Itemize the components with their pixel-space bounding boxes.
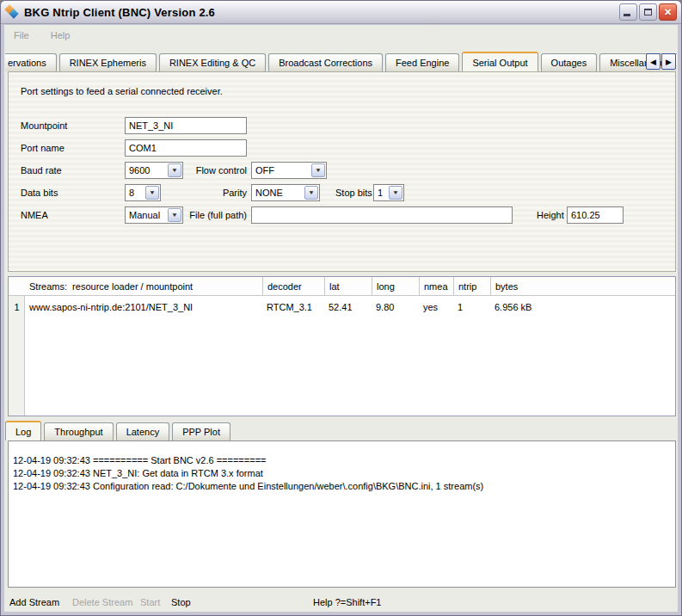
tab-ppp-plot[interactable]: PPP Plot (172, 422, 230, 440)
tab-serial-output[interactable]: Serial Output (462, 52, 538, 71)
baud-rate-label: Baud rate (21, 162, 62, 179)
file-path-label: File (full path) (181, 206, 247, 224)
cell-lat: 52.41 (324, 297, 372, 317)
bottom-button-bar: Add Stream Delete Stream Start Stop Help… (4, 593, 678, 612)
close-button[interactable]: ✕ (659, 3, 677, 21)
tab-scroll-left-button[interactable]: ◀ (646, 53, 660, 70)
maximize-icon (644, 9, 652, 15)
delete-stream-button[interactable]: Delete Stream (72, 593, 132, 612)
maximize-button[interactable] (639, 3, 657, 21)
panel-description: Port settings to feed a serial connected… (21, 83, 223, 100)
minimize-button[interactable] (619, 3, 637, 21)
column-header-decoder: decoder (262, 277, 324, 296)
cell-mountpoint: www.sapos-ni-ntrip.de:2101/NET_3_NI (25, 297, 262, 317)
baud-rate-value: 9600 (126, 163, 167, 177)
baud-rate-select[interactable]: 9600 ▼ (125, 162, 183, 179)
column-header-mountpoint: Streams: resource loader / mountpoint (25, 277, 262, 296)
data-bits-select[interactable]: 8 ▼ (125, 184, 161, 201)
stop-bits-dropdown-button[interactable]: ▼ (389, 186, 402, 200)
menu-help[interactable]: Help (49, 28, 72, 42)
chevron-down-icon: ▼ (171, 168, 178, 173)
window-body: File Help ervations RINEX Ephemeris RINE… (4, 25, 678, 612)
app-window: BKG Ntrip Client (BNC) Version 2.6 ✕ Fil… (0, 0, 682, 616)
menu-bar: File Help (4, 25, 678, 46)
file-path-input[interactable] (251, 206, 513, 224)
log-line: 12-04-19 09:32:43 ========== Start BNC v… (13, 454, 671, 467)
stop-bits-label: Stop bits (335, 184, 372, 201)
minimize-icon (624, 14, 630, 16)
nmea-value: Manual (126, 208, 167, 222)
tab-scroll-right-button[interactable]: ▶ (661, 53, 676, 70)
chevron-down-icon: ▼ (149, 190, 156, 195)
parity-dropdown-button[interactable]: ▼ (304, 186, 318, 200)
close-icon: ✕ (664, 8, 672, 17)
tab-log[interactable]: Log (5, 421, 41, 440)
arrow-right-icon: ▶ (666, 58, 672, 66)
chevron-down-icon: ▼ (392, 190, 399, 195)
tab-rinex-editing-qc[interactable]: RINEX Editing & QC (159, 53, 266, 71)
mountpoint-input[interactable] (125, 117, 247, 134)
log-line: 12-04-19 09:32:43 Configuration read: C:… (13, 480, 671, 493)
streams-table-header: Streams: resource loader / mountpoint de… (9, 277, 675, 296)
cell-ntrip: 1 (453, 297, 490, 317)
add-stream-button[interactable]: Add Stream (9, 593, 59, 612)
column-header-long: long (372, 277, 419, 296)
window-title: BKG Ntrip Client (BNC) Version 2.6 (24, 6, 215, 19)
stop-bits-select[interactable]: 1 ▼ (373, 184, 404, 201)
log-panel: 12-04-19 09:32:43 ========== Start BNC v… (8, 440, 676, 588)
chevron-down-icon: ▼ (171, 213, 178, 218)
column-header-lat: lat (324, 277, 372, 296)
baud-rate-dropdown-button[interactable]: ▼ (168, 163, 181, 177)
tab-observations[interactable]: ervations (5, 53, 57, 71)
tab-rinex-ephemeris[interactable]: RINEX Ephemeris (59, 53, 157, 71)
cell-decoder: RTCM_3.1 (262, 297, 324, 317)
log-tab-bar: Log Throughput Latency PPP Plot (5, 419, 677, 440)
mountpoint-label: Mountpoint (21, 117, 67, 134)
serial-output-panel: Port settings to feed a serial connected… (8, 71, 676, 272)
flow-control-select[interactable]: OFF ▼ (251, 162, 327, 179)
stop-bits-value: 1 (375, 186, 388, 200)
port-name-input[interactable] (125, 139, 247, 157)
data-bits-value: 8 (126, 186, 144, 200)
tab-feed-engine[interactable]: Feed Engine (385, 53, 459, 71)
parity-label: Parity (181, 184, 247, 201)
chevron-down-icon: ▼ (315, 168, 322, 173)
nmea-dropdown-button[interactable]: ▼ (168, 208, 181, 222)
parity-select[interactable]: NONE ▼ (251, 184, 320, 201)
cell-nmea: yes (419, 297, 453, 317)
tab-broadcast-corrections[interactable]: Broadcast Corrections (268, 53, 383, 71)
column-header-nmea: nmea (419, 277, 453, 296)
cell-bytes: 6.956 kB (490, 297, 676, 317)
title-bar: BKG Ntrip Client (BNC) Version 2.6 ✕ (1, 1, 681, 24)
arrow-left-icon: ◀ (650, 58, 656, 66)
column-header-bytes: bytes (490, 277, 676, 296)
stop-button[interactable]: Stop (171, 593, 191, 612)
flow-control-value: OFF (253, 163, 310, 177)
parity-value: NONE (253, 186, 304, 200)
start-button[interactable]: Start (140, 593, 160, 612)
data-bits-label: Data bits (21, 184, 58, 201)
flow-control-dropdown-button[interactable]: ▼ (311, 163, 325, 177)
height-input[interactable] (567, 206, 624, 224)
cell-long: 9.80 (372, 297, 419, 317)
nmea-label: NMEA (21, 206, 48, 224)
menu-file[interactable]: File (12, 28, 31, 42)
help-button[interactable]: Help ?=Shift+F1 (313, 593, 382, 612)
port-name-label: Port name (21, 139, 65, 157)
log-line: 12-04-19 09:32:43 NET_3_NI: Get data in … (13, 467, 671, 480)
flow-control-label: Flow control (181, 162, 247, 179)
data-bits-dropdown-button[interactable]: ▼ (145, 186, 159, 200)
chevron-down-icon: ▼ (308, 190, 315, 195)
app-icon[interactable] (5, 5, 20, 19)
tab-throughput[interactable]: Throughput (44, 422, 113, 440)
main-tab-bar: ervations RINEX Ephemeris RINEX Editing … (5, 50, 677, 71)
height-label: Height (537, 206, 564, 224)
table-row[interactable]: www.sapos-ni-ntrip.de:2101/NET_3_NI RTCM… (9, 297, 675, 317)
nmea-select[interactable]: Manual ▼ (125, 206, 183, 224)
streams-table: Streams: resource loader / mountpoint de… (8, 276, 676, 416)
tab-outages[interactable]: Outages (541, 53, 598, 71)
tab-latency[interactable]: Latency (116, 422, 170, 440)
column-header-ntrip: ntrip (453, 277, 490, 296)
